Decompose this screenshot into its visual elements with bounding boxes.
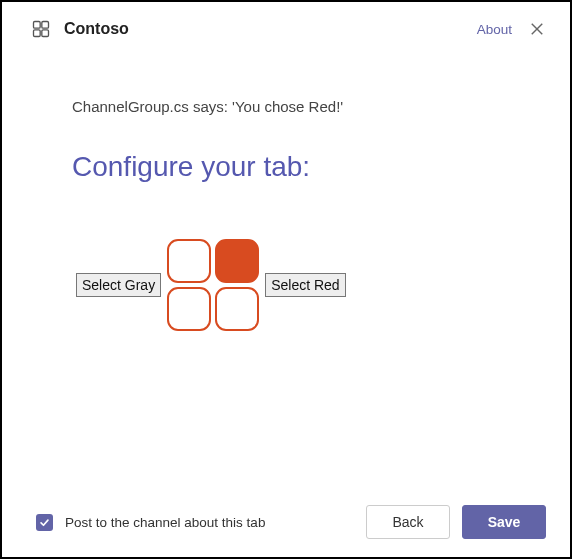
post-checkbox[interactable] (36, 514, 53, 531)
close-button[interactable] (528, 20, 546, 38)
dialog-content: ChannelGroup.cs says: 'You chose Red!' C… (2, 48, 570, 491)
save-button[interactable]: Save (462, 505, 546, 539)
checkmark-icon (39, 517, 50, 528)
post-checkbox-label: Post to the channel about this tab (65, 515, 354, 530)
svg-rect-3 (42, 30, 49, 37)
tile-top-right (215, 239, 259, 283)
tile-bottom-right (215, 287, 259, 331)
svg-rect-1 (42, 22, 49, 29)
dialog-footer: Post to the channel about this tab Back … (2, 491, 570, 557)
configure-heading: Configure your tab: (72, 151, 540, 183)
dialog-header: Contoso About (2, 2, 570, 48)
svg-rect-2 (34, 30, 41, 37)
select-gray-button[interactable]: Select Gray (76, 273, 161, 297)
select-red-button[interactable]: Select Red (265, 273, 345, 297)
tile-top-left (167, 239, 211, 283)
app-name: Contoso (64, 20, 129, 38)
color-selector-row: Select Gray Select Red (76, 239, 540, 331)
status-message: ChannelGroup.cs says: 'You chose Red!' (72, 98, 540, 115)
svg-rect-0 (34, 22, 41, 29)
tile-bottom-left (167, 287, 211, 331)
close-icon (530, 22, 544, 36)
tile-grid (167, 239, 259, 331)
about-link[interactable]: About (477, 22, 512, 37)
app-icon (30, 18, 52, 40)
back-button[interactable]: Back (366, 505, 450, 539)
